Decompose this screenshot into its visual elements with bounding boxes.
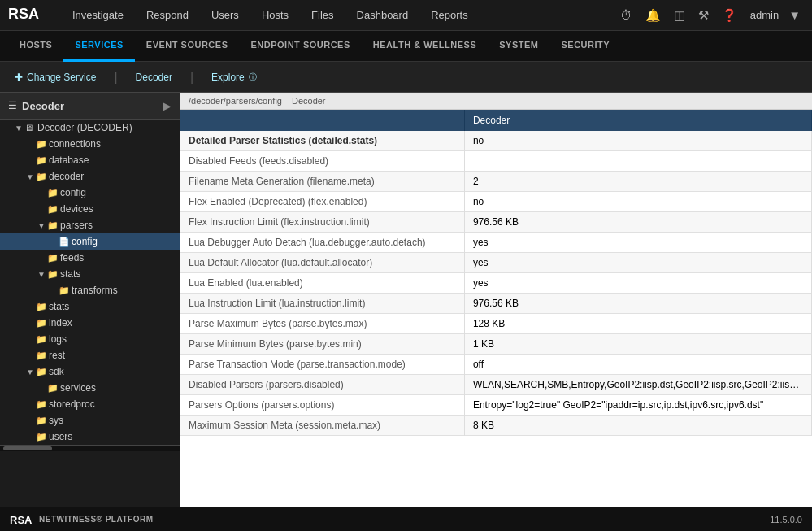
data-table: Decoder Detailed Parser Statistics (deta… [180,110,812,507]
tree-item-storedproc[interactable]: 📁 storedproc [0,396,180,412]
tree-label: config [60,187,180,198]
table-row[interactable]: Flex Enabled (Deprecated) (flex.enabled)… [180,192,812,212]
tree-item-stats-outer[interactable]: 📁 stats [0,298,180,315]
nav-investigate[interactable]: Investigate [61,0,135,31]
nav-items: Investigate Respond Users Hosts Files Da… [61,0,617,31]
nav-users[interactable]: Users [200,0,250,31]
folder-icon: 📁 [47,220,60,231]
sec-nav-hosts[interactable]: HOSTS [8,31,63,62]
tree-item-parsers[interactable]: ▼ 📁 parsers [0,217,180,233]
nav-respond[interactable]: Respond [135,0,200,31]
arrow-icon: ▼ [26,368,36,376]
tree-item-logs[interactable]: 📁 logs [0,331,180,347]
admin-chevron-icon[interactable]: ▼ [785,5,804,25]
col-header-decoder: Decoder [464,110,811,131]
decoder-button[interactable]: Decoder [129,68,179,86]
table-cell-value: 976.56 KB [464,212,811,233]
table-row[interactable]: Lua Debugger Auto Detach (lua.debugger.a… [180,233,812,253]
table-row[interactable]: Parse Minimum Bytes (parse.bytes.min)1 K… [180,334,812,355]
tree-item-sys[interactable]: 📁 sys [0,412,180,429]
change-service-icon: ✚ [15,72,23,83]
question-icon[interactable]: ❓ [719,5,740,26]
clock-icon[interactable]: ⏱ [617,5,636,25]
nav-dashboard[interactable]: Dashboard [345,0,420,31]
tree-item-feeds[interactable]: 📁 feeds [0,250,180,266]
table-cell-value: off [464,355,811,375]
table-cell-label: Parsers Options (parsers.options) [180,395,464,416]
sidebar-h-scrollbar[interactable] [0,445,180,451]
folder-icon: 📁 [36,432,49,442]
folder-icon: 📁 [36,318,49,329]
table-row[interactable]: Flex Instruction Limit (flex.instruction… [180,212,812,233]
tree-item-config-selected[interactable]: 📄 config [0,233,180,250]
folder-icon: 📁 [36,155,49,166]
tools-icon[interactable]: ⚒ [695,5,712,26]
folder-icon: 📁 [47,188,60,198]
table-row[interactable]: Disabled Feeds (feeds.disabled) [180,151,812,172]
table-cell-value: 128 KB [464,314,811,334]
tree-item-config-1[interactable]: 📁 config [0,185,180,201]
tree-item-decoder-decoder[interactable]: ▼ 🖥 Decoder (DECODER) [0,120,180,136]
table-row[interactable]: Lua Default Allocator (lua.default.alloc… [180,253,812,273]
sec-nav-system[interactable]: SYSTEM [488,31,549,62]
table-cell-value: 1 KB [464,334,811,355]
folder-icon: 📁 [59,285,72,296]
arrow-icon: ▼ [26,172,36,181]
tree-item-services[interactable]: 📁 services [0,380,180,396]
folder-icon: 📁 [47,253,60,263]
table-cell-label: Lua Debugger Auto Detach (lua.debugger.a… [180,233,464,253]
nav-hosts[interactable]: Hosts [250,0,300,31]
tree-item-index[interactable]: 📁 index [0,315,180,331]
tree-item-database[interactable]: 📁 database [0,152,180,168]
tree-label: parsers [60,220,180,231]
explore-button[interactable]: Explore ⓘ [205,68,263,86]
table-row[interactable]: Detailed Parser Statistics (detailed.sta… [180,131,812,151]
table-cell-label: Parse Minimum Bytes (parse.bytes.min) [180,334,464,355]
nav-files[interactable]: Files [300,0,345,31]
folder-icon: 📁 [36,172,49,182]
table-row[interactable]: Disabled Parsers (parsers.disabled)WLAN,… [180,375,812,395]
table-row[interactable]: Lua Instruction Limit (lua.instruction.l… [180,294,812,314]
folder-icon: 📁 [47,269,60,280]
table-row[interactable]: Maximum Session Meta (session.meta.max)8… [180,416,812,436]
table-cell-label: Lua Instruction Limit (lua.instruction.l… [180,294,464,314]
screen-icon[interactable]: ◫ [671,5,688,26]
tree-item-rest[interactable]: 📁 rest [0,347,180,363]
tree-label: stats [49,301,180,312]
bell-icon[interactable]: 🔔 [642,5,664,26]
table-cell-value: no [464,192,811,212]
table-row[interactable]: Filename Meta Generation (filename.meta)… [180,172,812,192]
tree-item-sdk[interactable]: ▼ 📁 sdk [0,363,180,380]
tree-item-users[interactable]: 📁 users [0,429,180,445]
version-label: 11.5.0.0 [770,515,802,524]
bottom-bar: RSA NETWITNESS® PLATFORM 11.5.0.0 [0,507,812,531]
table-cell-value: 2 [464,172,811,192]
nav-icons-group: ⏱ 🔔 ◫ ⚒ ❓ admin ▼ [617,5,804,26]
sec-nav-health-wellness[interactable]: HEALTH & WELLNESS [362,31,488,62]
sec-nav-endpoint-sources[interactable]: ENDPOINT SOURCES [239,31,361,62]
sec-nav-event-sources[interactable]: EVENT SOURCES [135,31,240,62]
table-row[interactable]: Parse Maximum Bytes (parse.bytes.max)128… [180,314,812,334]
admin-menu[interactable]: admin [750,9,779,21]
tree-label: sdk [49,366,180,377]
nav-reports[interactable]: Reports [419,0,480,31]
tree-label: services [60,382,180,394]
table-cell-label: Parse Maximum Bytes (parse.bytes.max) [180,314,464,334]
sidebar-collapse-icon[interactable]: ▶ [163,99,172,112]
folder-icon: 📁 [36,367,49,377]
tree-item-devices[interactable]: 📁 devices [0,201,180,217]
tree-item-connections[interactable]: 📁 connections [0,136,180,152]
table-header-row: Decoder [180,110,812,131]
table-row[interactable]: Parse Transaction Mode (parse.transactio… [180,355,812,375]
sec-nav-services[interactable]: SERVICES [63,31,134,62]
svg-text:RSA: RSA [10,514,33,526]
tree-item-stats-inner[interactable]: ▼ 📁 stats [0,266,180,282]
table-row[interactable]: Lua Enabled (lua.enabled)yes [180,273,812,294]
tree-item-transforms[interactable]: 📁 transforms [0,282,180,298]
rsa-bottom-logo: RSA [10,512,34,527]
sec-nav-security[interactable]: SECURITY [549,31,621,62]
tree-item-decoder[interactable]: ▼ 📁 decoder [0,168,180,185]
table-row[interactable]: Parsers Options (parsers.options)Entropy… [180,395,812,416]
table-cell-value: yes [464,253,811,273]
change-service-button[interactable]: ✚ Change Service [8,68,102,86]
